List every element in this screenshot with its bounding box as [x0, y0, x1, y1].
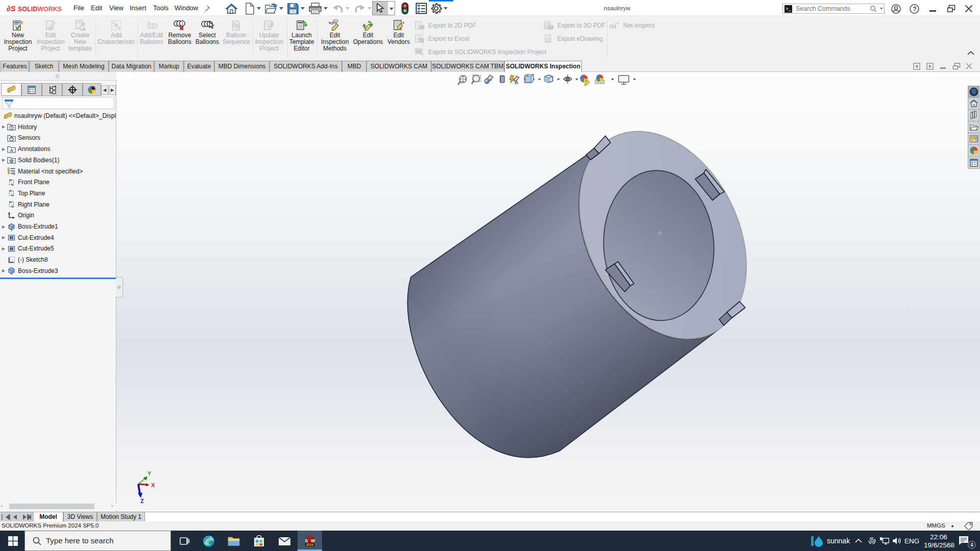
svg-text:ni: ni — [609, 21, 616, 30]
svg-text:3: 3 — [237, 24, 239, 28]
svg-text:A: A — [514, 80, 518, 85]
svg-text:Z: Z — [140, 498, 144, 504]
svg-text:1: 1 — [154, 24, 156, 28]
svg-text:2024: 2024 — [306, 543, 314, 546]
svg-text:∂S: ∂S — [7, 4, 15, 13]
svg-text:1: 1 — [234, 23, 236, 27]
svg-text:X: X — [151, 482, 155, 488]
svg-text:?: ? — [913, 6, 916, 13]
svg-text:PDF: PDF — [549, 26, 554, 29]
svg-text:A: A — [10, 147, 14, 153]
svg-text:Y: Y — [148, 470, 152, 477]
svg-text:1: 1 — [181, 21, 183, 26]
svg-text:SOLIDWORKS: SOLIDWORKS — [18, 6, 62, 13]
svg-text:PDF: PDF — [420, 26, 425, 29]
